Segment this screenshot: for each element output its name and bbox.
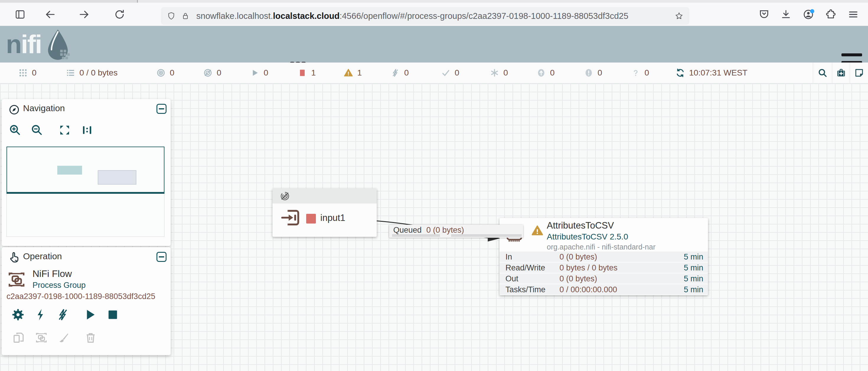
queue-size-bar bbox=[451, 234, 522, 237]
processor-type: AttributesToCSV 2.5.0 bbox=[547, 232, 628, 241]
copy-icon bbox=[12, 331, 25, 344]
back-button[interactable] bbox=[44, 8, 57, 21]
status-sync-failure: 0 bbox=[631, 63, 649, 83]
disabled-icon bbox=[391, 68, 400, 77]
shield-icon bbox=[167, 11, 176, 21]
url-domain: localstack.cloud bbox=[273, 11, 340, 21]
reload-icon bbox=[114, 8, 125, 20]
stat-label: Out bbox=[505, 274, 519, 283]
status-transmitting: 0 bbox=[156, 63, 175, 83]
reload-button[interactable] bbox=[113, 8, 126, 21]
group-icon bbox=[35, 331, 48, 344]
play-icon bbox=[83, 308, 97, 322]
logo-ifi: ifi bbox=[21, 30, 41, 59]
input-port-node[interactable]: input1 bbox=[273, 189, 377, 237]
lightning-slash-icon bbox=[56, 308, 70, 322]
collapse-navigation-button[interactable] bbox=[156, 104, 166, 114]
url-text: snowflake.localhost.localstack.cloud:456… bbox=[196, 11, 671, 21]
stop-icon bbox=[106, 308, 120, 322]
configure-button[interactable] bbox=[11, 307, 25, 322]
disable-button[interactable] bbox=[56, 307, 70, 322]
status-value: 0 bbox=[645, 68, 649, 77]
status-value: 0 bbox=[404, 68, 409, 77]
zoom-fit-button[interactable] bbox=[58, 124, 71, 136]
status-disabled: 0 bbox=[391, 63, 409, 83]
delete-button[interactable] bbox=[83, 330, 98, 345]
collapse-operation-button[interactable] bbox=[156, 252, 166, 262]
stat-label: Tasks/Time bbox=[505, 285, 546, 294]
status-value: 0 bbox=[597, 68, 602, 77]
connection-label[interactable]: Queued0 (0 bytes) bbox=[389, 225, 523, 238]
locally-modified-icon bbox=[490, 68, 499, 77]
status-value: 0 bbox=[170, 68, 175, 77]
sidebar-toggle-button[interactable] bbox=[13, 8, 27, 21]
status-not-transmitting: 0 bbox=[203, 63, 221, 83]
stat-value: 0 (0 bytes) bbox=[559, 274, 597, 283]
stat-value: 0 bytes / 0 bytes bbox=[559, 263, 618, 272]
refresh-control[interactable]: 10:07:31 WEST bbox=[676, 63, 748, 83]
trash-icon bbox=[84, 331, 97, 344]
nifi-logo: nifi bbox=[6, 28, 75, 60]
screen: snowflake.localhost.localstack.cloud:456… bbox=[0, 0, 868, 371]
operation-panel: Operation NiFi Flow Process Group c2aa23… bbox=[2, 247, 170, 355]
status-stale: 0 bbox=[536, 63, 555, 83]
stat-row-readwrite: Read/Write 0 bytes / 0 bytes 5 min bbox=[500, 263, 708, 273]
not-transmitting-icon bbox=[203, 68, 213, 77]
search-button[interactable] bbox=[813, 63, 832, 83]
compass-icon bbox=[8, 104, 20, 115]
start-button[interactable] bbox=[83, 307, 97, 322]
status-value: 1 bbox=[357, 68, 362, 77]
stat-window: 5 min bbox=[684, 274, 703, 283]
zoom-in-button[interactable] bbox=[8, 123, 21, 136]
account-button[interactable] bbox=[802, 8, 815, 21]
forward-button[interactable] bbox=[78, 8, 91, 21]
back-arrow-icon bbox=[44, 8, 56, 20]
status-value: 0 bbox=[217, 68, 221, 77]
minimap-viewport[interactable] bbox=[6, 146, 164, 194]
stop-button[interactable] bbox=[105, 307, 120, 322]
active-tab-edge[interactable] bbox=[0, 0, 137, 3]
hamburger-icon bbox=[847, 8, 859, 20]
sidebar-icon bbox=[14, 8, 26, 20]
browser-menu-button[interactable] bbox=[847, 8, 860, 21]
extensions-button[interactable] bbox=[824, 8, 837, 21]
color-button[interactable] bbox=[56, 330, 71, 345]
status-running: 0 bbox=[250, 63, 268, 83]
url-bar[interactable]: snowflake.localhost.localstack.cloud:456… bbox=[161, 7, 689, 25]
stat-window: 5 min bbox=[684, 263, 703, 272]
queued-icon bbox=[66, 68, 75, 77]
status-value: 0 bbox=[455, 68, 459, 77]
downloads-button[interactable] bbox=[779, 8, 793, 21]
bookmark-star-icon[interactable] bbox=[675, 11, 683, 21]
note-icon bbox=[854, 68, 864, 78]
process-group-icon bbox=[6, 270, 27, 290]
menu-bar bbox=[841, 54, 862, 56]
zoom-out-button[interactable] bbox=[30, 123, 43, 136]
group-button[interactable] bbox=[34, 330, 49, 345]
lock-icon bbox=[181, 11, 190, 21]
pocket-button[interactable] bbox=[757, 8, 771, 21]
processor-node[interactable]: AttributesToCSV AttributesToCSV 2.5.0 or… bbox=[500, 218, 708, 295]
stopped-status-square bbox=[306, 214, 316, 224]
bulletin-board-button[interactable] bbox=[850, 63, 868, 83]
logo-n: n bbox=[6, 30, 21, 59]
status-active-threads: 0 bbox=[18, 63, 37, 83]
stat-label: Read/Write bbox=[505, 263, 545, 272]
transmitting-icon bbox=[156, 68, 166, 77]
zoom-actual-button[interactable] bbox=[81, 124, 93, 136]
status-invalid: 1 bbox=[344, 63, 362, 83]
stale-icon bbox=[536, 68, 546, 77]
copy-button[interactable] bbox=[11, 330, 26, 345]
flow-canvas[interactable]: input1 AttributesToCSV AttributesToCSV 2… bbox=[0, 83, 868, 371]
status-locally-modified: 0 bbox=[490, 63, 508, 83]
stat-value: 0 (0 bytes) bbox=[559, 252, 597, 262]
lightning-icon bbox=[34, 308, 48, 322]
locally-modified-stale-icon bbox=[584, 68, 593, 77]
processor-bundle: org.apache.nifi - nifi-standard-nar bbox=[547, 243, 655, 251]
queued-value: 0 (0 bytes) bbox=[426, 226, 464, 234]
status-stopped: 1 bbox=[298, 63, 316, 83]
birdseye-minimap[interactable] bbox=[6, 146, 164, 237]
flow-analysis-button[interactable] bbox=[832, 63, 850, 83]
stat-value: 0 / 00:00:00.000 bbox=[559, 285, 617, 294]
enable-button[interactable] bbox=[33, 307, 48, 322]
